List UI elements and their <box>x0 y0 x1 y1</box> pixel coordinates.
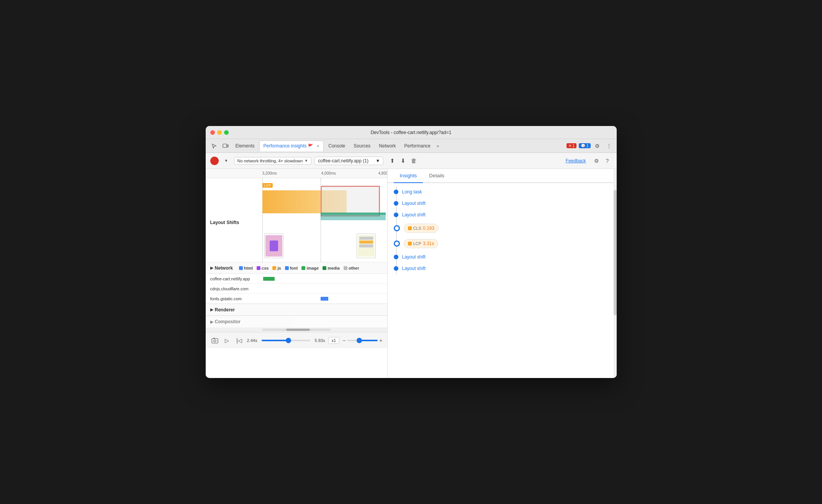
legend-html: html <box>239 266 253 270</box>
compositor-section-header[interactable]: ▶ Compositor <box>206 316 387 327</box>
tab-overflow-button[interactable]: » <box>435 144 440 148</box>
main-content: 3,200ms 4,000ms 4,800ms Layout Shifts LC… <box>206 169 617 378</box>
teal-bar <box>321 213 386 220</box>
insight-dot <box>394 255 398 259</box>
svg-rect-0 <box>223 144 227 147</box>
compositor-section: ▶ Compositor <box>206 316 387 327</box>
time-ruler: 3,200ms 4,000ms 4,800ms <box>206 169 387 178</box>
layout-shift-2-link[interactable]: Layout shift <box>402 212 426 218</box>
layout-shift-4-link[interactable]: Layout shift <box>402 266 426 271</box>
tab-insights[interactable]: Insights <box>394 169 423 183</box>
lcp-marker: LCP <box>262 181 273 188</box>
close-button[interactable] <box>210 130 215 135</box>
zoom-out-icon[interactable]: − <box>342 337 346 344</box>
time-marker-4000: 4,000ms <box>321 171 336 175</box>
slider-thumb[interactable] <box>286 338 291 343</box>
scrollbar-thumb[interactable] <box>286 329 310 331</box>
record-arrow-icon[interactable]: ▼ <box>222 156 231 165</box>
net-row-label-2: cdnjs.cloudflare.com <box>206 286 262 291</box>
slider-track[interactable] <box>262 340 310 341</box>
renderer-section-header[interactable]: ▶ Renderer <box>206 304 387 316</box>
record-button[interactable] <box>210 157 219 165</box>
insight-cls: CLS 0.193 <box>394 221 611 236</box>
tab-performance[interactable]: Performance <box>400 141 434 151</box>
time-marker-3200: 3,200ms <box>262 171 277 175</box>
lcp-label: LCP <box>413 241 421 246</box>
insights-tabs: Insights Details <box>388 169 617 183</box>
cls-dot <box>394 225 400 231</box>
error-badge[interactable]: ✕ 1 <box>567 143 576 148</box>
help-icon[interactable]: ? <box>603 156 612 165</box>
time-marker-4800: 4,800ms <box>378 171 388 175</box>
renderer-section: ▶ Renderer <box>206 304 387 316</box>
message-badge[interactable]: 💬 1 <box>579 143 590 148</box>
legend-media: media <box>323 266 340 270</box>
insight-lcp: LCP 3.31s <box>394 236 611 251</box>
minimize-button[interactable] <box>217 130 222 135</box>
network-legend: html css js font <box>239 266 359 270</box>
slider-fill <box>262 340 288 341</box>
settings-icon[interactable]: ⚙ <box>593 141 602 151</box>
toolbar-right-icons: ⚙ ? <box>592 156 612 165</box>
zoom-slider-fill <box>359 340 378 341</box>
right-panel-scrollbar[interactable] <box>614 169 617 378</box>
zoom-slider-thumb[interactable] <box>357 338 362 343</box>
thumbnail-right <box>357 234 376 258</box>
network-section-header[interactable]: ▶ Network html css <box>206 262 387 274</box>
tab-details[interactable]: Details <box>423 169 450 183</box>
export-icon[interactable]: ⬆ <box>388 157 396 165</box>
legend-other: other <box>344 266 359 270</box>
svg-rect-2 <box>212 339 218 343</box>
device-icon[interactable] <box>220 141 231 151</box>
maximize-button[interactable] <box>224 130 229 135</box>
feedback-link[interactable]: Feedback <box>566 158 586 164</box>
legend-css: css <box>257 266 269 270</box>
insight-long-task: Long task <box>394 186 611 198</box>
tab-sources[interactable]: Sources <box>350 141 374 151</box>
lcp-badge[interactable]: LCP 3.31s <box>404 239 439 248</box>
end-time-label: 5.93s <box>315 338 325 343</box>
long-task-link[interactable]: Long task <box>402 189 422 195</box>
playback-slider[interactable] <box>262 340 310 341</box>
network-expand-icon: ▶ <box>210 266 213 270</box>
screenshot-icon[interactable] <box>210 336 219 345</box>
thumbnail-left <box>264 234 283 258</box>
window-title: DevTools - coffee-cart.netlify.app/?ad=1 <box>371 130 452 135</box>
play-icon[interactable]: ▷ <box>223 336 232 345</box>
zoom-slider-track[interactable] <box>347 340 378 341</box>
cls-label: CLS <box>413 226 421 231</box>
cls-badge-icon <box>408 226 412 230</box>
lcp-value: 3.31s <box>423 241 434 246</box>
more-icon[interactable]: ⋮ <box>604 141 614 151</box>
scrollbar-track[interactable] <box>262 329 331 331</box>
tab-network[interactable]: Network <box>375 141 400 151</box>
cls-badge[interactable]: CLS 0.193 <box>404 224 439 233</box>
cursor-icon[interactable] <box>209 141 219 151</box>
throttle-dropdown[interactable]: No network throttling, 4× slowdown ▼ <box>234 157 312 165</box>
tab-performance-insights[interactable]: Performance insights 🚩 ✕ <box>259 141 324 151</box>
insight-dot <box>394 266 398 271</box>
layout-shift-3-link[interactable]: Layout shift <box>402 254 426 260</box>
url-dropdown[interactable]: coffee-cart.netlify.app (1) ▼ <box>314 157 383 165</box>
window-controls <box>210 130 229 135</box>
right-scrollbar-thumb[interactable] <box>614 190 617 316</box>
zoom-in-icon[interactable]: + <box>379 337 382 344</box>
network-rows: coffee-cart.netlify.app cdnjs.cloudflare… <box>206 274 387 304</box>
tab-bar: Elements Performance insights 🚩 ✕ Consol… <box>206 139 617 153</box>
speed-button[interactable]: x1 <box>328 337 340 344</box>
tab-console[interactable]: Console <box>324 141 349 151</box>
tab-close-icon[interactable]: ✕ <box>316 144 319 148</box>
legend-font: font <box>285 266 298 270</box>
import-icon[interactable]: ⬇ <box>399 157 407 165</box>
bottom-scrollbar[interactable] <box>206 327 387 332</box>
settings-gear-icon[interactable]: ⚙ <box>592 156 601 165</box>
net-row-track-1 <box>262 274 387 283</box>
skip-start-icon[interactable]: |◁ <box>235 336 244 345</box>
devtools-window: DevTools - coffee-cart.netlify.app/?ad=1… <box>206 126 617 378</box>
delete-icon[interactable]: 🗑 <box>409 157 418 165</box>
layout-shift-1-link[interactable]: Layout shift <box>402 201 426 206</box>
net-bar-blue-1 <box>321 297 328 301</box>
tab-elements[interactable]: Elements <box>232 141 259 151</box>
net-row-label-3: fonts.gstatic.com <box>206 296 262 301</box>
insights-content: Long task Layout shift Layout shift <box>388 183 617 378</box>
